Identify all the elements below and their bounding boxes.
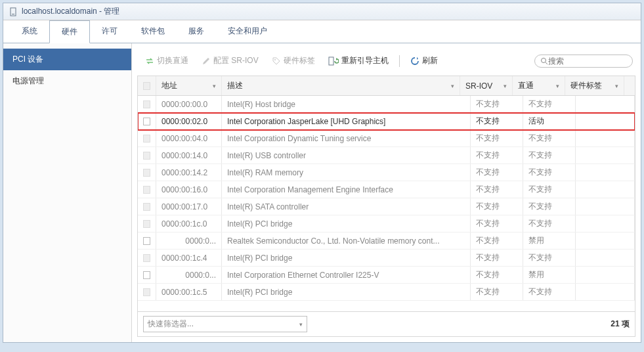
tab-4[interactable]: 服务: [177, 20, 216, 43]
host-reboot-icon: [328, 56, 339, 66]
sidebar-item-1[interactable]: 电源管理: [3, 70, 131, 92]
cell-sriov: 不支持: [471, 164, 523, 181]
tab-2[interactable]: 许可: [90, 20, 129, 43]
cell-hw-tag: [576, 96, 635, 112]
row-checkbox[interactable]: [138, 147, 156, 164]
toggle-passthrough-button[interactable]: 切换直通: [140, 53, 194, 69]
cell-address: 0000:00:14.0: [156, 147, 222, 164]
th-checkbox[interactable]: [138, 76, 156, 95]
config-sriov-button[interactable]: 配置 SR-IOV: [196, 53, 264, 69]
row-checkbox[interactable]: [138, 181, 156, 198]
cell-sriov: 不支持: [471, 198, 523, 215]
cell-sriov: 不支持: [471, 130, 523, 146]
row-checkbox[interactable]: [138, 113, 156, 129]
reboot-host-button[interactable]: 重新引导主机: [323, 53, 394, 69]
cell-passthrough: 不支持: [523, 164, 576, 181]
row-checkbox[interactable]: [138, 250, 156, 266]
cell-address: 0000:0...: [156, 232, 222, 249]
chevron-down-icon: ▾: [299, 321, 303, 328]
sidebar-item-0[interactable]: PCI 设备: [3, 49, 131, 70]
row-checkbox[interactable]: [138, 284, 156, 300]
row-checkbox[interactable]: [138, 267, 156, 283]
tab-5[interactable]: 安全和用户: [216, 20, 279, 43]
table-row[interactable]: 0000:0...Intel Corporation Ethernet Cont…: [138, 267, 635, 284]
refresh-icon: [410, 56, 419, 66]
cell-sriov: 不支持: [471, 215, 523, 232]
row-checkbox[interactable]: [138, 130, 156, 146]
table-row[interactable]: 0000:00:16.0Intel Corporation Management…: [138, 181, 635, 198]
cell-description: Intel Corporation Management Engine Inte…: [222, 181, 471, 198]
cell-hw-tag: [576, 250, 635, 266]
search-icon: [540, 57, 548, 65]
tab-3[interactable]: 软件包: [129, 20, 177, 43]
quick-filter-select[interactable]: 快速筛选器... ▾: [143, 316, 307, 332]
cell-passthrough: 不支持: [523, 130, 576, 146]
tabs: 系统硬件许可软件包服务安全和用户: [3, 20, 641, 43]
cell-description: Intel(R) PCI bridge: [222, 250, 471, 266]
th-hw-tag[interactable]: 硬件标签▾: [565, 76, 624, 95]
tab-1[interactable]: 硬件: [49, 20, 90, 43]
cell-hw-tag: [576, 181, 635, 198]
table-row[interactable]: 0000:00:00.0Intel(R) Host bridge不支持不支持: [138, 96, 635, 113]
table-row[interactable]: 0000:00:02.0Intel Corporation JasperLake…: [138, 113, 635, 130]
main-area: PCI 设备电源管理 切换直通 配置 SR-IOV 硬件标签 重新引导主机: [3, 43, 641, 342]
pencil-icon: [202, 56, 211, 66]
toolbar: 切换直通 配置 SR-IOV 硬件标签 重新引导主机 刷新: [137, 49, 635, 76]
th-description[interactable]: 描述▾: [222, 76, 460, 95]
table-row[interactable]: 0000:00:1c.5Intel(R) PCI bridge不支持不支持: [138, 284, 635, 301]
svg-point-2: [274, 59, 276, 60]
cell-description: Intel(R) USB controller: [222, 147, 471, 164]
th-passthrough[interactable]: 直通▾: [513, 76, 565, 95]
cell-address: 0000:00:1c.0: [156, 215, 222, 232]
window: localhost.localdomain - 管理 系统硬件许可软件包服务安全…: [3, 3, 641, 343]
cell-description: Intel Corporation JasperLake [UHD Graphi…: [222, 113, 471, 129]
cell-hw-tag: [576, 147, 635, 164]
table-row[interactable]: 0000:00:04.0Intel Corporation Dynamic Tu…: [138, 130, 635, 147]
table-row[interactable]: 0000:00:1c.4Intel(R) PCI bridge不支持不支持: [138, 250, 635, 267]
svg-point-4: [542, 58, 546, 62]
th-scroll-gutter: [624, 76, 635, 95]
titlebar: localhost.localdomain - 管理: [3, 3, 641, 20]
chevron-down-icon: ▾: [504, 83, 507, 89]
svg-rect-0: [11, 8, 16, 16]
table-row[interactable]: 0000:00:14.0Intel(R) USB controller不支持不支…: [138, 147, 635, 164]
table-row[interactable]: 0000:00:17.0Intel(R) SATA controller不支持不…: [138, 198, 635, 215]
content: 切换直通 配置 SR-IOV 硬件标签 重新引导主机 刷新: [132, 43, 641, 342]
search-box[interactable]: [534, 55, 633, 68]
sidebar: PCI 设备电源管理: [3, 43, 132, 342]
row-checkbox[interactable]: [138, 215, 156, 232]
refresh-button[interactable]: 刷新: [405, 53, 443, 69]
th-address[interactable]: 地址▾: [156, 76, 222, 95]
cell-sriov: 不支持: [471, 232, 523, 249]
cell-description: Intel(R) Host bridge: [222, 96, 471, 112]
cell-passthrough: 禁用: [523, 232, 576, 249]
row-checkbox[interactable]: [138, 164, 156, 181]
search-input[interactable]: [548, 56, 627, 66]
cell-sriov: 不支持: [471, 147, 523, 164]
table-row[interactable]: 0000:0...Realtek Semiconductor Co., Ltd.…: [138, 232, 635, 250]
cell-passthrough: 不支持: [523, 147, 576, 164]
tag-icon: [272, 56, 281, 66]
svg-rect-1: [12, 14, 14, 14]
cell-sriov: 不支持: [471, 250, 523, 266]
cell-passthrough: 不支持: [523, 215, 576, 232]
tab-0[interactable]: 系统: [10, 20, 49, 43]
table-header: 地址▾ 描述▾ SR-IOV▾ 直通▾ 硬件标签▾: [138, 76, 635, 96]
cell-address: 0000:00:1c.5: [156, 284, 222, 300]
cell-description: Intel Corporation Ethernet Controller I2…: [222, 267, 471, 283]
cell-sriov: 不支持: [471, 284, 523, 300]
svg-rect-3: [329, 57, 333, 65]
table-row[interactable]: 0000:00:14.2Intel(R) RAM memory不支持不支持: [138, 164, 635, 181]
cell-description: Intel(R) PCI bridge: [222, 284, 471, 300]
th-sriov[interactable]: SR-IOV▾: [460, 76, 513, 95]
cell-hw-tag: [576, 267, 635, 283]
table-body[interactable]: 0000:00:00.0Intel(R) Host bridge不支持不支持00…: [138, 96, 635, 311]
table-row[interactable]: 0000:00:1c.0Intel(R) PCI bridge不支持不支持: [138, 215, 635, 232]
hw-tag-button[interactable]: 硬件标签: [267, 53, 320, 69]
cell-passthrough: 活动: [523, 113, 576, 129]
cell-address: 0000:00:14.2: [156, 164, 222, 181]
row-checkbox[interactable]: [138, 232, 156, 249]
row-checkbox[interactable]: [138, 96, 156, 112]
cell-address: 0000:00:1c.4: [156, 250, 222, 266]
row-checkbox[interactable]: [138, 198, 156, 215]
